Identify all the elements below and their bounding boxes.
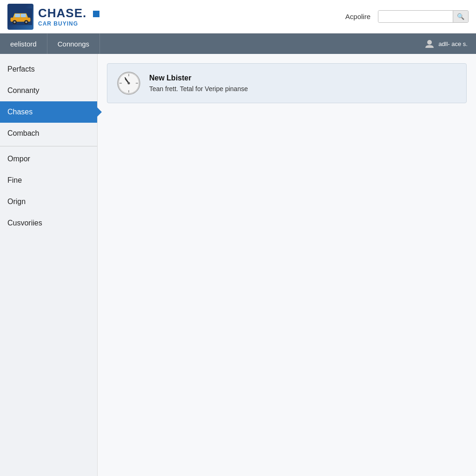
sidebar-item-orign-label: Orign [7,198,26,205]
sidebar-item-connanty[interactable]: Connanty [0,80,97,101]
tab-connongs[interactable]: Connongs [47,33,100,54]
brand-sub: CAR BUYING [38,20,99,27]
sidebar-item-chases[interactable]: Chases [0,101,97,123]
sidebar-item-cusvoriies[interactable]: Cusvoriies [0,212,97,234]
sidebar-item-ompor[interactable]: Ompor [0,148,97,170]
account-label: Acpolire [345,13,370,20]
sidebar-item-fine-label: Fine [7,176,22,184]
brand-name-text: CHASE. [38,6,86,20]
sidebar: Perfacts Connanty Chases Combach Ompor F… [0,54,98,476]
sidebar-item-combach[interactable]: Combach [0,123,97,144]
logo-area: CHASE. CAR BUYING [7,4,99,30]
svg-rect-8 [21,13,26,17]
notification-card: New Lbister Tean frett. Tetal for Veripe… [107,63,467,103]
sidebar-divider [0,146,97,146]
sidebar-item-perfacts[interactable]: Perfacts [0,59,97,80]
sidebar-item-cusvoriies-label: Cusvoriies [7,219,42,227]
svg-rect-7 [15,13,20,17]
nav-user-area: adll- ace s. [416,39,476,49]
svg-point-9 [427,40,432,45]
svg-point-4 [13,21,15,23]
clock-icon [117,71,141,95]
main-layout: Perfacts Connanty Chases Combach Ompor F… [0,54,476,476]
svg-point-18 [128,82,130,85]
sidebar-item-ompor-label: Ompor [7,155,30,163]
tab-eelist[interactable]: eelistord [0,33,47,54]
header: CHASE. CAR BUYING Acpolire 🔍 [0,0,476,33]
sidebar-item-orign[interactable]: Orign [0,191,97,212]
search-box[interactable]: 🔍 [378,10,469,23]
brand-text: CHASE. CAR BUYING [38,6,99,27]
content-area: New Lbister Tean frett. Tetal for Veripe… [98,54,476,476]
sidebar-item-chases-label: Chases [7,108,33,116]
brand-name: CHASE. [38,6,99,20]
tab-connongs-label: Connongs [58,40,89,48]
notification-text: New Lbister Tean frett. Tetal for Veripe… [149,74,248,93]
search-button[interactable]: 🔍 [453,11,468,22]
user-icon [424,39,435,49]
nav-user-label: adll- ace s. [438,40,468,47]
navbar: eelistord Connongs adll- ace s. [0,33,476,54]
notification-title: New Lbister [149,74,248,82]
sidebar-item-combach-label: Combach [7,129,39,137]
svg-point-6 [25,21,27,23]
header-right: Acpolire 🔍 [345,10,469,23]
sidebar-item-connanty-label: Connanty [7,86,40,94]
logo-car-image [7,4,33,30]
sidebar-item-perfacts-label: Perfacts [7,65,35,73]
tab-eelist-label: eelistord [10,40,37,48]
notification-description: Tean frett. Tetal for Veripe pinanse [149,85,248,93]
sidebar-item-fine[interactable]: Fine [0,170,97,191]
search-input[interactable] [378,11,453,22]
brand-square-icon [93,11,99,17]
